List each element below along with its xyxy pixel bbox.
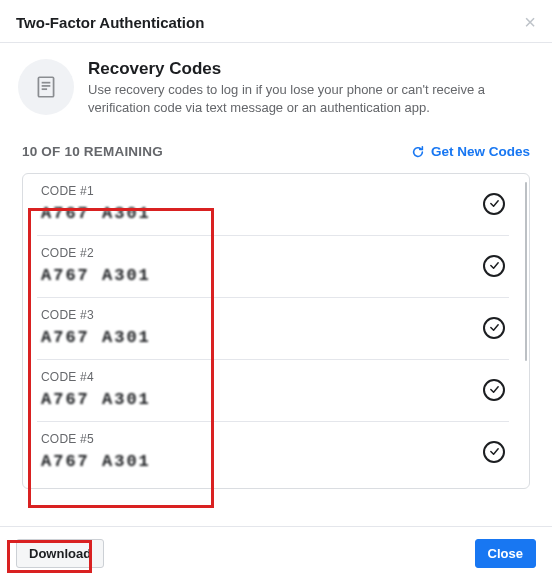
codes-list[interactable]: CODE #1A767 A301CODE #2A767 A301CODE #3A…	[23, 174, 523, 488]
codes-card: CODE #1A767 A301CODE #2A767 A301CODE #3A…	[22, 173, 530, 489]
code-col: CODE #1A767 A301	[41, 184, 151, 223]
dialog-title: Two-Factor Authentication	[16, 14, 204, 31]
document-icon	[18, 59, 74, 115]
check-icon	[483, 255, 505, 277]
close-button[interactable]: Close	[475, 539, 536, 568]
intro-heading: Recovery Codes	[88, 59, 534, 79]
code-row: CODE #3A767 A301	[37, 298, 509, 360]
code-row: CODE #2A767 A301	[37, 236, 509, 298]
code-value: A767 A301	[41, 266, 151, 285]
refresh-icon	[411, 145, 425, 159]
code-label: CODE #5	[41, 432, 151, 446]
code-col: CODE #5A767 A301	[41, 432, 151, 471]
scrollbar-thumb[interactable]	[525, 182, 527, 361]
status-row: 10 OF 10 REMAINING Get New Codes	[0, 130, 552, 165]
code-col: CODE #2A767 A301	[41, 246, 151, 285]
download-button[interactable]: Download	[16, 539, 104, 568]
dialog-footer: Download Close	[0, 526, 552, 580]
check-icon	[483, 193, 505, 215]
code-label: CODE #1	[41, 184, 151, 198]
two-factor-dialog: Two-Factor Authentication × Recovery Cod…	[0, 0, 552, 580]
dialog-header: Two-Factor Authentication ×	[0, 0, 552, 43]
intro-section: Recovery Codes Use recovery codes to log…	[0, 43, 552, 130]
code-row: CODE #1A767 A301	[37, 174, 509, 236]
check-icon	[483, 379, 505, 401]
code-value: A767 A301	[41, 328, 151, 347]
check-icon	[483, 317, 505, 339]
code-label: CODE #4	[41, 370, 151, 384]
get-new-codes-button[interactable]: Get New Codes	[411, 144, 530, 159]
code-row: CODE #4A767 A301	[37, 360, 509, 422]
code-row: CODE #5A767 A301	[37, 422, 509, 483]
intro-text: Recovery Codes Use recovery codes to log…	[88, 59, 534, 116]
code-label: CODE #3	[41, 308, 151, 322]
code-col: CODE #3A767 A301	[41, 308, 151, 347]
code-value: A767 A301	[41, 390, 151, 409]
code-value: A767 A301	[41, 204, 151, 223]
scrollbar[interactable]	[523, 174, 529, 488]
get-new-codes-label: Get New Codes	[431, 144, 530, 159]
close-icon[interactable]: ×	[524, 12, 536, 32]
remaining-count: 10 OF 10 REMAINING	[22, 144, 163, 159]
svg-rect-0	[38, 77, 53, 97]
code-col: CODE #4A767 A301	[41, 370, 151, 409]
code-value: A767 A301	[41, 452, 151, 471]
code-label: CODE #2	[41, 246, 151, 260]
intro-description: Use recovery codes to log in if you lose…	[88, 81, 534, 116]
check-icon	[483, 441, 505, 463]
